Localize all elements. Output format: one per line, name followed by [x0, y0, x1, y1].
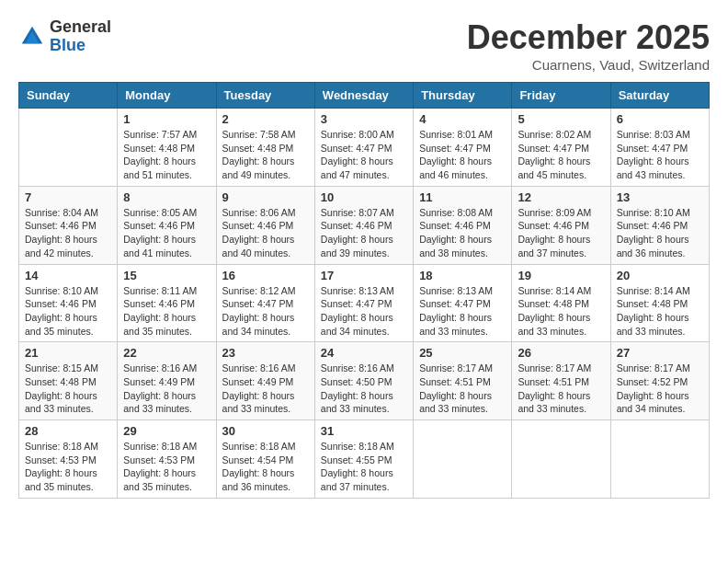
day-number: 2	[222, 112, 309, 126]
calendar-cell: 6Sunrise: 8:03 AMSunset: 4:47 PMDaylight…	[610, 109, 709, 187]
day-info: Sunrise: 8:06 AMSunset: 4:46 PMDaylight:…	[222, 206, 309, 260]
week-row-1: 7Sunrise: 8:04 AMSunset: 4:46 PMDaylight…	[19, 186, 710, 264]
day-info: Sunrise: 8:04 AMSunset: 4:46 PMDaylight:…	[25, 206, 111, 260]
calendar-cell: 14Sunrise: 8:10 AMSunset: 4:46 PMDayligh…	[19, 264, 118, 342]
calendar-cell: 27Sunrise: 8:17 AMSunset: 4:52 PMDayligh…	[610, 342, 709, 420]
calendar-cell: 12Sunrise: 8:09 AMSunset: 4:46 PMDayligh…	[512, 186, 610, 264]
day-number: 4	[419, 112, 506, 126]
location: Cuarnens, Vaud, Switzerland	[467, 57, 710, 73]
day-number: 26	[518, 346, 604, 360]
calendar-cell: 28Sunrise: 8:18 AMSunset: 4:53 PMDayligh…	[19, 420, 118, 499]
week-row-0: 1Sunrise: 7:57 AMSunset: 4:48 PMDaylight…	[19, 109, 710, 187]
day-info: Sunrise: 8:12 AMSunset: 4:47 PMDaylight:…	[222, 284, 309, 339]
calendar-cell: 9Sunrise: 8:06 AMSunset: 4:46 PMDaylight…	[216, 186, 314, 264]
logo-text: General Blue	[50, 18, 111, 55]
day-number: 28	[25, 424, 111, 438]
day-number: 20	[617, 269, 703, 282]
day-number: 14	[25, 269, 111, 282]
calendar-cell: 22Sunrise: 8:16 AMSunset: 4:49 PMDayligh…	[118, 342, 216, 420]
day-number: 9	[222, 190, 309, 204]
calendar-cell: 11Sunrise: 8:08 AMSunset: 4:46 PMDayligh…	[414, 186, 512, 264]
weekday-header-tuesday: Tuesday	[216, 83, 314, 109]
day-info: Sunrise: 7:57 AMSunset: 4:48 PMDaylight:…	[123, 128, 210, 182]
day-number: 22	[123, 346, 210, 360]
calendar-cell: 26Sunrise: 8:17 AMSunset: 4:51 PMDayligh…	[512, 342, 610, 420]
day-info: Sunrise: 8:05 AMSunset: 4:46 PMDaylight:…	[123, 206, 210, 260]
day-info: Sunrise: 8:14 AMSunset: 4:48 PMDaylight:…	[518, 284, 604, 339]
title-area: December 2025 Cuarnens, Vaud, Switzerlan…	[467, 18, 710, 73]
calendar-cell: 21Sunrise: 8:15 AMSunset: 4:48 PMDayligh…	[19, 342, 118, 420]
day-info: Sunrise: 8:00 AMSunset: 4:47 PMDaylight:…	[321, 128, 407, 182]
calendar-cell: 15Sunrise: 8:11 AMSunset: 4:46 PMDayligh…	[118, 264, 216, 342]
day-info: Sunrise: 8:17 AMSunset: 4:52 PMDaylight:…	[617, 362, 703, 416]
week-row-2: 14Sunrise: 8:10 AMSunset: 4:46 PMDayligh…	[19, 264, 710, 342]
calendar-cell: 10Sunrise: 8:07 AMSunset: 4:46 PMDayligh…	[314, 186, 413, 264]
day-number: 6	[617, 112, 703, 126]
calendar-cell: 5Sunrise: 8:02 AMSunset: 4:47 PMDaylight…	[512, 109, 610, 187]
day-info: Sunrise: 7:58 AMSunset: 4:48 PMDaylight:…	[222, 128, 309, 182]
week-row-3: 21Sunrise: 8:15 AMSunset: 4:48 PMDayligh…	[19, 342, 710, 420]
weekday-header-saturday: Saturday	[610, 83, 709, 109]
logo-general-text: General	[50, 18, 111, 37]
day-number: 16	[222, 269, 309, 282]
day-number: 31	[321, 424, 407, 438]
day-number: 21	[25, 346, 111, 360]
day-number: 3	[321, 112, 407, 126]
day-info: Sunrise: 8:18 AMSunset: 4:55 PMDaylight:…	[321, 440, 407, 494]
day-info: Sunrise: 8:18 AMSunset: 4:54 PMDaylight:…	[222, 440, 309, 494]
calendar-cell: 1Sunrise: 7:57 AMSunset: 4:48 PMDaylight…	[118, 109, 216, 187]
day-info: Sunrise: 8:13 AMSunset: 4:47 PMDaylight:…	[419, 284, 506, 339]
calendar-cell: 19Sunrise: 8:14 AMSunset: 4:48 PMDayligh…	[512, 264, 610, 342]
weekday-header-row: SundayMondayTuesdayWednesdayThursdayFrid…	[19, 83, 710, 109]
calendar-cell: 24Sunrise: 8:16 AMSunset: 4:50 PMDayligh…	[314, 342, 413, 420]
weekday-header-friday: Friday	[512, 83, 610, 109]
week-row-4: 28Sunrise: 8:18 AMSunset: 4:53 PMDayligh…	[19, 420, 710, 499]
weekday-header-wednesday: Wednesday	[314, 83, 413, 109]
calendar-cell: 31Sunrise: 8:18 AMSunset: 4:55 PMDayligh…	[314, 420, 413, 499]
day-info: Sunrise: 8:11 AMSunset: 4:46 PMDaylight:…	[123, 284, 210, 339]
weekday-header-monday: Monday	[118, 83, 216, 109]
day-info: Sunrise: 8:01 AMSunset: 4:47 PMDaylight:…	[419, 128, 506, 182]
day-info: Sunrise: 8:09 AMSunset: 4:46 PMDaylight:…	[518, 206, 604, 260]
day-info: Sunrise: 8:15 AMSunset: 4:48 PMDaylight:…	[25, 362, 111, 416]
day-number: 24	[321, 346, 407, 360]
calendar-cell: 29Sunrise: 8:18 AMSunset: 4:53 PMDayligh…	[118, 420, 216, 499]
calendar-cell: 7Sunrise: 8:04 AMSunset: 4:46 PMDaylight…	[19, 186, 118, 264]
day-number: 1	[123, 112, 210, 126]
day-number: 29	[123, 424, 210, 438]
day-info: Sunrise: 8:03 AMSunset: 4:47 PMDaylight:…	[617, 128, 703, 182]
calendar-cell	[512, 420, 610, 499]
day-number: 23	[222, 346, 309, 360]
calendar-cell: 3Sunrise: 8:00 AMSunset: 4:47 PMDaylight…	[314, 109, 413, 187]
day-number: 15	[123, 269, 210, 282]
day-info: Sunrise: 8:10 AMSunset: 4:46 PMDaylight:…	[25, 284, 111, 339]
day-number: 17	[321, 269, 407, 282]
calendar-cell: 8Sunrise: 8:05 AMSunset: 4:46 PMDaylight…	[118, 186, 216, 264]
calendar-cell: 13Sunrise: 8:10 AMSunset: 4:46 PMDayligh…	[610, 186, 709, 264]
calendar: SundayMondayTuesdayWednesdayThursdayFrid…	[18, 82, 710, 499]
calendar-cell: 23Sunrise: 8:16 AMSunset: 4:49 PMDayligh…	[216, 342, 314, 420]
day-number: 27	[617, 346, 703, 360]
calendar-cell	[19, 109, 118, 187]
weekday-header-thursday: Thursday	[414, 83, 512, 109]
calendar-cell: 4Sunrise: 8:01 AMSunset: 4:47 PMDaylight…	[414, 109, 512, 187]
day-info: Sunrise: 8:16 AMSunset: 4:50 PMDaylight:…	[321, 362, 407, 416]
calendar-cell	[610, 420, 709, 499]
day-info: Sunrise: 8:16 AMSunset: 4:49 PMDaylight:…	[123, 362, 210, 416]
day-info: Sunrise: 8:08 AMSunset: 4:46 PMDaylight:…	[419, 206, 506, 260]
day-info: Sunrise: 8:16 AMSunset: 4:49 PMDaylight:…	[222, 362, 309, 416]
day-number: 19	[518, 269, 604, 282]
day-info: Sunrise: 8:10 AMSunset: 4:46 PMDaylight:…	[617, 206, 703, 260]
day-info: Sunrise: 8:07 AMSunset: 4:46 PMDaylight:…	[321, 206, 407, 260]
calendar-cell: 2Sunrise: 7:58 AMSunset: 4:48 PMDaylight…	[216, 109, 314, 187]
logo-icon	[18, 23, 46, 51]
calendar-cell: 18Sunrise: 8:13 AMSunset: 4:47 PMDayligh…	[414, 264, 512, 342]
day-info: Sunrise: 8:02 AMSunset: 4:47 PMDaylight:…	[518, 128, 604, 182]
day-info: Sunrise: 8:18 AMSunset: 4:53 PMDaylight:…	[25, 440, 111, 494]
day-info: Sunrise: 8:14 AMSunset: 4:48 PMDaylight:…	[617, 284, 703, 339]
day-number: 30	[222, 424, 309, 438]
day-number: 13	[617, 190, 703, 204]
calendar-cell: 17Sunrise: 8:13 AMSunset: 4:47 PMDayligh…	[314, 264, 413, 342]
day-number: 8	[123, 190, 210, 204]
day-number: 10	[321, 190, 407, 204]
